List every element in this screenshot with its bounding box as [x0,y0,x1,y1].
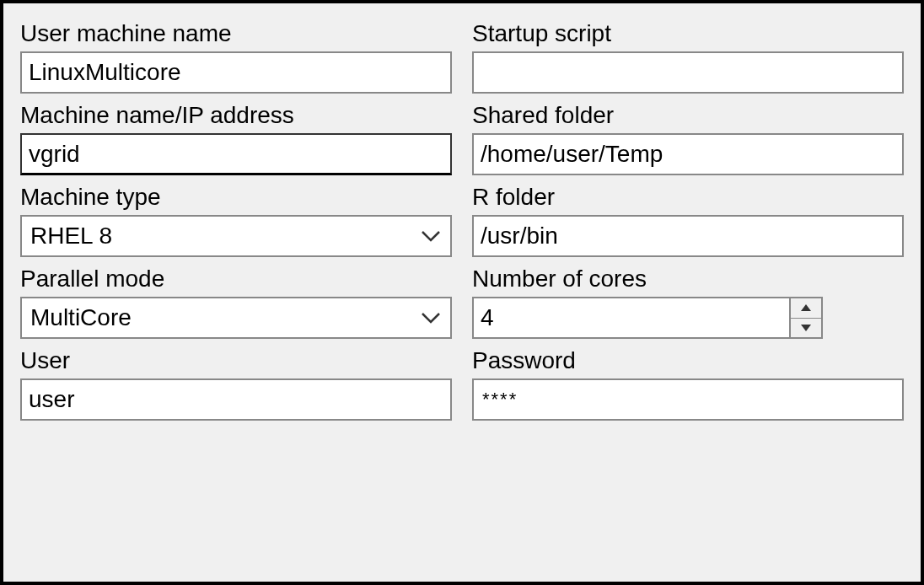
caret-up-icon [800,303,812,312]
spinner-buttons [789,297,823,339]
field-password: Password **** [472,346,904,421]
label-parallel-mode: Parallel mode [20,264,452,293]
label-user: User [20,346,452,375]
field-startup-script: Startup script [472,19,904,94]
label-user-machine-name: User machine name [20,19,452,48]
spinner-up-button[interactable] [791,298,821,319]
parallel-mode-value: MultiCore [20,297,452,339]
user-input[interactable] [20,378,452,421]
parallel-mode-select[interactable]: MultiCore [20,297,452,339]
user-machine-name-input[interactable] [20,51,452,94]
label-shared-folder: Shared folder [472,100,904,130]
label-r-folder: R folder [472,182,904,212]
svg-marker-0 [801,304,811,311]
field-machine-name-ip: Machine name/IP address [20,100,452,175]
number-of-cores-spinner [472,297,691,339]
r-folder-input[interactable] [472,215,904,257]
number-of-cores-input[interactable] [472,297,789,339]
password-input[interactable]: **** [472,378,904,421]
field-number-of-cores: Number of cores [472,264,904,339]
field-r-folder: R folder [472,182,904,257]
startup-script-input[interactable] [472,51,904,94]
svg-marker-1 [801,325,811,331]
spinner-down-button[interactable] [791,319,821,338]
settings-form: User machine name Startup script Machine… [0,0,924,585]
shared-folder-input[interactable] [472,133,904,175]
field-parallel-mode: Parallel mode MultiCore [20,264,452,339]
field-machine-type: Machine type RHEL 8 [20,182,452,257]
label-machine-name-ip: Machine name/IP address [20,100,452,130]
machine-type-value: RHEL 8 [20,215,452,257]
machine-name-ip-input[interactable] [20,133,452,175]
field-user: User [20,346,452,421]
label-password: Password [472,346,904,375]
label-machine-type: Machine type [20,182,452,212]
label-startup-script: Startup script [472,19,904,48]
label-number-of-cores: Number of cores [472,264,904,293]
machine-type-select[interactable]: RHEL 8 [20,215,452,257]
field-shared-folder: Shared folder [472,100,904,175]
field-user-machine-name: User machine name [20,19,452,94]
caret-down-icon [800,324,812,332]
